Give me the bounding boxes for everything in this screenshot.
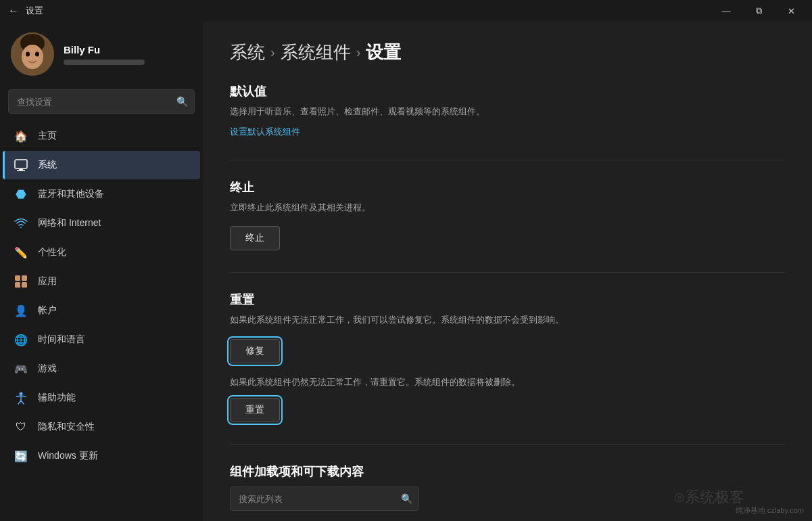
reset-desc1: 如果此系统组件无法正常工作，我们可以尝试修复它。系统组件的数据不会受到影响。	[230, 313, 785, 327]
sidebar-item-label: Windows 更新	[38, 450, 98, 462]
svg-rect-11	[22, 282, 27, 288]
main-layout: Billy Fu 🔍 🏠 主页	[0, 22, 812, 521]
divider-2	[230, 272, 785, 273]
defaults-desc: 选择用于听音乐、查看照片、检查邮件、观看视频等的系统组件。	[230, 105, 785, 118]
back-button[interactable]: ←	[8, 5, 19, 17]
section-terminate: 终止 立即终止此系统组件及其相关进程。 终止	[230, 179, 785, 251]
reset-title: 重置	[230, 292, 785, 308]
svg-rect-8	[15, 275, 20, 281]
avatar	[11, 32, 54, 76]
sidebar-item-time[interactable]: 🌐 时间和语言	[3, 325, 200, 354]
search-icon: 🔍	[176, 96, 188, 107]
breadcrumb-current: 设置	[366, 41, 401, 64]
section-addons: 组件加载项和可下载内容 🔍	[230, 463, 785, 511]
breadcrumb-sep1: ›	[270, 45, 275, 60]
svg-point-4	[35, 52, 39, 57]
section-reset: 重置 如果此系统组件无法正常工作，我们可以尝试修复它。系统组件的数据不会受到影响…	[230, 292, 785, 422]
addon-search-icon: 🔍	[401, 493, 412, 504]
title-bar-left: ← 设置	[8, 5, 43, 17]
svg-rect-5	[15, 160, 27, 168]
title-bar: ← 设置 — ⧉ ✕	[0, 0, 812, 22]
minimize-button[interactable]: —	[711, 0, 742, 22]
user-profile[interactable]: Billy Fu	[0, 22, 203, 89]
sidebar-item-accounts[interactable]: 👤 帐户	[3, 296, 200, 325]
maximize-button[interactable]: ⧉	[743, 0, 774, 22]
window-title: 设置	[26, 5, 43, 17]
sidebar-item-label: 帐户	[38, 304, 57, 317]
svg-rect-9	[22, 275, 27, 281]
svg-point-3	[26, 52, 30, 57]
sidebar-item-label: 辅助功能	[38, 392, 76, 404]
addon-search-container: 🔍	[230, 486, 419, 511]
sidebar-item-privacy[interactable]: 🛡 隐私和安全性	[3, 413, 200, 441]
user-info: Billy Fu	[64, 44, 145, 65]
svg-point-12	[20, 392, 23, 396]
svg-point-2	[22, 45, 43, 69]
svg-rect-10	[15, 282, 20, 288]
sidebar-item-personalize[interactable]: ✏️ 个性化	[3, 238, 200, 267]
sidebar-item-label: 蓝牙和其他设备	[38, 188, 104, 200]
terminate-desc: 立即终止此系统组件及其相关进程。	[230, 201, 785, 214]
terminate-title: 终止	[230, 179, 785, 196]
reset-desc2: 如果此系统组件仍然无法正常工作，请重置它。系统组件的数据将被删除。	[230, 376, 785, 389]
gaming-icon: 🎮	[14, 361, 28, 376]
divider-1	[230, 160, 785, 160]
addon-search-input[interactable]	[230, 486, 419, 511]
breadcrumb-sep2: ›	[356, 45, 361, 60]
accessibility-icon	[14, 390, 28, 405]
windows-update-icon: 🔄	[14, 449, 28, 463]
user-account-bar	[64, 60, 145, 65]
sidebar-item-windows-update[interactable]: 🔄 Windows 更新	[3, 442, 200, 470]
sidebar-nav: 🏠 主页 系统 ⬣ 蓝牙和其他设备	[0, 122, 203, 470]
bluetooth-icon: ⬣	[14, 187, 28, 202]
content-area: 系统 › 系统组件 › 设置 默认值 选择用于听音乐、查看照片、检查邮件、观看视…	[203, 22, 812, 521]
sidebar-item-label: 个性化	[38, 246, 66, 258]
sidebar-item-label: 应用	[38, 275, 57, 288]
sidebar-item-home[interactable]: 🏠 主页	[3, 122, 200, 150]
breadcrumb-part2: 系统组件	[281, 41, 351, 64]
repair-button[interactable]: 修复	[230, 339, 280, 363]
sidebar-item-bluetooth[interactable]: ⬣ 蓝牙和其他设备	[3, 180, 200, 208]
privacy-icon: 🛡	[14, 420, 28, 434]
sidebar-item-label: 主页	[38, 130, 57, 142]
search-input[interactable]	[8, 89, 195, 114]
avatar-image	[11, 32, 54, 76]
sidebar-item-accessibility[interactable]: 辅助功能	[3, 384, 200, 412]
network-icon	[14, 216, 28, 231]
title-bar-controls: — ⧉ ✕	[711, 0, 807, 22]
user-name: Billy Fu	[64, 44, 145, 55]
time-icon: 🌐	[14, 332, 28, 347]
breadcrumb: 系统 › 系统组件 › 设置	[230, 41, 785, 64]
sidebar: Billy Fu 🔍 🏠 主页	[0, 22, 203, 521]
divider-3	[230, 444, 785, 445]
sidebar-item-label: 网络和 Internet	[38, 217, 101, 229]
defaults-title: 默认值	[230, 83, 785, 99]
sidebar-item-network[interactable]: 网络和 Internet	[3, 209, 200, 237]
section-defaults: 默认值 选择用于听音乐、查看照片、检查邮件、观看视频等的系统组件。 设置默认系统…	[230, 83, 785, 138]
reset-sub: 如果此系统组件仍然无法正常工作，请重置它。系统组件的数据将被删除。 重置	[230, 376, 785, 423]
sidebar-item-label: 游戏	[38, 363, 57, 375]
personalize-icon: ✏️	[14, 245, 28, 260]
defaults-link[interactable]: 设置默认系统组件	[230, 127, 300, 137]
sidebar-item-gaming[interactable]: 🎮 游戏	[3, 355, 200, 383]
sidebar-item-apps[interactable]: 应用	[3, 267, 200, 296]
close-button[interactable]: ✕	[775, 0, 807, 22]
sidebar-item-label: 隐私和安全性	[38, 421, 95, 433]
sidebar-item-label: 系统	[38, 159, 57, 171]
sidebar-item-label: 时间和语言	[38, 334, 85, 346]
reset-button[interactable]: 重置	[230, 398, 280, 422]
addons-title: 组件加载项和可下载内容	[230, 463, 785, 480]
sidebar-item-system[interactable]: 系统	[3, 151, 200, 179]
apps-icon	[14, 274, 28, 289]
home-icon: 🏠	[14, 129, 28, 143]
search-container: 🔍	[8, 89, 195, 114]
breadcrumb-part1: 系统	[230, 41, 265, 64]
accounts-icon: 👤	[14, 303, 28, 318]
system-icon	[14, 158, 28, 173]
terminate-button[interactable]: 终止	[230, 226, 280, 250]
